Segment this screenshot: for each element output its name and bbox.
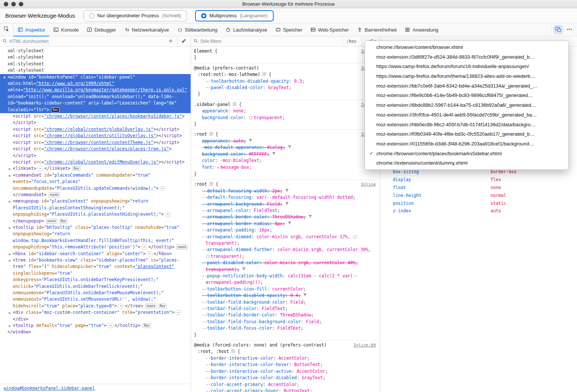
expand-children-button[interactable]: ⋯ xyxy=(108,323,113,328)
property-value[interactable]: 16px xyxy=(259,227,270,233)
expand-arrow-icon[interactable]: ▶ xyxy=(8,310,12,316)
property-value[interactable]: none xyxy=(233,108,244,114)
tag-name[interactable]: script xyxy=(164,133,180,138)
rules-scroll-area[interactable]: Element {Inline}@media (prefers-contrast… xyxy=(191,47,380,392)
tab-stilbearbeitung[interactable]: {}Stilbearbeitung xyxy=(173,23,222,36)
attribute-name[interactable]: class xyxy=(23,310,39,315)
attribute-name[interactable]: src xyxy=(31,114,41,119)
attribute-value[interactable]: "chrome://global/content/globalOverlay.j… xyxy=(44,127,153,132)
frame-menu-item[interactable]: moz-extension://f6e9c0b6-414e-5b49-bc83-… xyxy=(365,91,568,100)
tag-name[interactable]: div xyxy=(15,310,23,315)
property-value[interactable]: ButtonText xyxy=(294,362,320,367)
attribute-name[interactable]: page xyxy=(73,323,86,328)
tab-inspektor[interactable]: Inspektor xyxy=(14,23,49,36)
tag-name[interactable]: tree xyxy=(130,303,141,309)
attribute-value[interactable]: "chrome://global/content/editMenuOverlay… xyxy=(44,159,159,165)
frame-menu-item[interactable]: moz-extension://3d89f27e-d524-384d-8833-… xyxy=(365,52,568,62)
property-name[interactable]: color xyxy=(202,158,215,163)
css-property[interactable]: --panel-disabled-color: color-mix(in srg… xyxy=(194,260,377,273)
attribute-value[interactable]: "presentation" xyxy=(135,310,171,315)
property-name[interactable]: --toolbar-field-focus-color xyxy=(202,325,272,331)
markup-search-input[interactable] xyxy=(9,39,164,44)
attribute-value[interactable]: "chrome://browser/content/places/places-… xyxy=(44,146,169,151)
property-name[interactable]: --arrowpanel-background xyxy=(202,201,262,207)
attribute-name[interactable]: id xyxy=(39,198,47,204)
attribute-name[interactable]: id xyxy=(26,257,34,263)
property-name[interactable]: --toolbarbutton-disabled-opacity xyxy=(206,79,289,84)
expand-arrow-icon[interactable]: ▶ xyxy=(8,225,12,231)
property-name[interactable]: --border-interactive-color-disabled xyxy=(206,375,297,380)
frame-picker-button[interactable] xyxy=(554,25,563,34)
css-property[interactable]: appearance: auto; xyxy=(194,138,377,144)
attribute-name[interactable]: src xyxy=(31,159,41,165)
property-name[interactable]: font xyxy=(202,165,212,170)
attribute-name[interactable]: lang xyxy=(151,100,164,106)
tag-name[interactable]: window xyxy=(13,329,29,334)
layout-property-row[interactable]: line-heightnormal xyxy=(393,191,573,199)
css-property[interactable]: --popup-notification-body-width: calc(31… xyxy=(194,273,377,286)
tag-name[interactable]: script xyxy=(15,127,31,132)
css-property[interactable]: appearance: none; xyxy=(194,108,377,114)
css-property[interactable]: --toolbar-field-border-color: ThreeDShad… xyxy=(194,312,377,318)
frame-menu-item[interactable]: moz-extension://3fcf0fce-4501-de4f-aeb9-… xyxy=(365,110,568,120)
property-name[interactable]: --color-accent-primary xyxy=(206,382,263,387)
expand-children-button[interactable]: ⋯ xyxy=(165,212,171,217)
expand-property-icon[interactable]: ▶ xyxy=(218,165,219,171)
attribute-value[interactable]: "placesContext" xyxy=(49,198,88,204)
property-name[interactable]: --default-focusring-width xyxy=(202,188,267,194)
css-property[interactable]: --toolbar-field-focus-background-color: … xyxy=(194,319,377,325)
node-picker-button[interactable] xyxy=(0,23,14,36)
css-property[interactable]: --default-focusring-width: 2px; xyxy=(194,188,377,194)
property-name[interactable]: --border-interactive-color-hover xyxy=(206,362,289,367)
tag-name[interactable]: linkset xyxy=(15,166,33,171)
attribute-value[interactable]: "ltr" xyxy=(33,107,47,112)
property-value[interactable]: ThreeDShadow xyxy=(272,214,303,219)
expand-arrow-icon[interactable]: ▼ xyxy=(2,74,7,81)
property-value[interactable]: FieldText xyxy=(254,208,277,213)
frame-menu-item[interactable]: chrome://browser/content/browser.xhtml xyxy=(365,42,568,52)
css-property[interactable]: --toolbarbutton-disabled-opacity: 0.3; xyxy=(198,78,377,85)
event-badge[interactable]: event xyxy=(176,245,188,250)
property-value[interactable]: GrayText xyxy=(268,85,289,90)
attribute-name[interactable]: localedir xyxy=(8,107,31,112)
markup-node[interactable]: ▶<tooltip id="bhTooltip" class="places-t… xyxy=(0,224,191,251)
markup-node[interactable]: </window> xyxy=(0,329,191,335)
attribute-value[interactable]: "http://www.mozilla.org/keymaster/gateke… xyxy=(23,87,187,92)
attribute-name[interactable]: aria-label xyxy=(86,100,114,106)
attribute-name[interactable]: onmouseout xyxy=(13,297,39,302)
attribute-value[interactable]: "true" xyxy=(57,323,73,328)
markup-node[interactable]: ▶<tooltip default="true" page="true">⋯</… xyxy=(0,322,191,329)
attribute-name[interactable]: singleclickopens xyxy=(13,271,55,276)
attribute-value[interactable]: "bhTooltip" xyxy=(44,225,73,230)
attribute-value[interactable]: "moz-custom-content-container" xyxy=(41,310,120,315)
attribute-value[interactable]: "PlacesUIUtils.setMouseoverURL('', windo… xyxy=(41,297,156,302)
css-property[interactable]: --arrowpanel-dimmed: color-mix(in srgb, … xyxy=(194,234,377,247)
attribute-value[interactable]: "chrome://global/content/utilityOverlay.… xyxy=(44,133,156,138)
rule-selector[interactable]: :root, :host xyxy=(198,349,229,354)
property-value[interactable]: currentColor xyxy=(272,286,303,292)
markup-node[interactable]: ▶<commandset id="placesCommands" command… xyxy=(0,172,191,198)
markup-node[interactable]: ▶<div class="moz-custom-content-containe… xyxy=(0,309,191,322)
style-filter-input[interactable] xyxy=(200,39,340,44)
attribute-value[interactable]: "placesCommands" xyxy=(52,173,94,178)
attribute-value[interactable]: "bookmarks-sidebar-content" xyxy=(15,100,86,106)
tag-name[interactable]: script xyxy=(15,159,31,165)
mode-option-multiprozess[interactable]: Multiprozess(Langsamer) xyxy=(195,10,274,21)
css-property[interactable]: --default-focusring: var(--default-focus… xyxy=(194,194,377,201)
attribute-value[interactable]: "places-tooltip" xyxy=(91,225,133,230)
layout-property-row[interactable]: z-indexauto xyxy=(393,207,573,215)
markup-node[interactable]: ▶<menupopup id="placesContext" onpopupsh… xyxy=(0,198,191,224)
flex-badge[interactable]: flex xyxy=(59,219,67,224)
property-name[interactable]: --arrowpanel-border-radius xyxy=(202,221,270,226)
close-button[interactable] xyxy=(4,2,8,6)
property-value[interactable]: auto xyxy=(233,138,244,144)
rule-selector[interactable]: :root:not(:-moz-lwtheme) xyxy=(198,72,260,77)
attribute-name[interactable]: default xyxy=(33,323,54,328)
property-name[interactable]: --color-accent-primary-hover xyxy=(206,388,279,392)
attribute-name[interactable]: id xyxy=(33,225,41,230)
property-name[interactable]: --panel-disabled-color xyxy=(202,260,259,265)
tab-konsole[interactable]: Konsole xyxy=(49,23,83,36)
tab-barrierefreiheit[interactable]: Barrierefreiheit xyxy=(353,23,401,36)
property-value[interactable]: FieldText xyxy=(262,306,285,311)
css-property[interactable]: -moz-default-appearance: dialog; xyxy=(194,144,377,151)
